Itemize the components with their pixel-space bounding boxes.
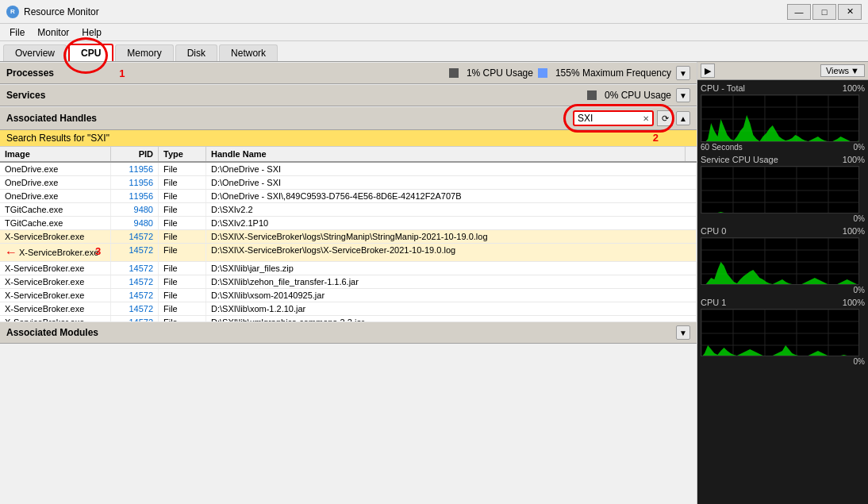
graph-section-cpu-total: CPU - Total100%60 Seconds0% <box>697 80 868 152</box>
cell-pid: 14572 <box>111 302 159 315</box>
rp-views-btn[interactable]: Views ▼ <box>820 64 865 77</box>
cell-type: File <box>159 244 206 261</box>
processes-info: 1% CPU Usage 155% Maximum Frequency ▼ <box>449 66 690 80</box>
cell-image: X-ServiceBroker.exe <box>0 275 111 288</box>
cell-pid: 14572 <box>111 289 159 302</box>
rp-expand-btn[interactable]: ▶ <box>701 63 715 78</box>
search-input-area: ✕ <box>573 110 654 126</box>
table-row[interactable]: OneDrive.exe11956FileD:\OneDrive - SXI <box>0 176 697 190</box>
cell-type: File <box>159 302 206 315</box>
tab-bar: Overview CPU 1 Memory Disk Network <box>0 41 868 62</box>
col-header-image: Image <box>0 147 111 161</box>
menu-file[interactable]: File <box>3 25 31 40</box>
table-row[interactable]: X-ServiceBroker.exe14572FileD:\SXI\lib\x… <box>0 289 697 302</box>
app-icon: R <box>6 6 19 18</box>
close-button[interactable]: ✕ <box>838 4 862 20</box>
modules-expand-btn[interactable]: ▼ <box>676 325 690 340</box>
table-row[interactable]: ←X-ServiceBroker.exe14572FileD:\SXI\X-Se… <box>0 244 697 262</box>
cell-pid: 14572 <box>111 244 159 261</box>
freq-indicator-icon <box>538 68 547 78</box>
graph-canvas-cpu1 <box>701 309 859 356</box>
search-go-btn[interactable]: ⟳ <box>657 110 673 126</box>
cell-image: OneDrive.exe <box>0 190 111 202</box>
table-row[interactable]: TGitCache.exe9480FileD:\SXIv2.1P10 <box>0 217 697 230</box>
graph-pct-cpu-total: 100% <box>843 83 865 93</box>
graphs-container: CPU - Total100%60 Seconds0%Service CPU U… <box>697 80 868 366</box>
graph-footer-right-cpu0: 0% <box>854 286 865 294</box>
tab-disk[interactable]: Disk <box>175 44 217 61</box>
graph-section-cpu0: CPU 0100%0% <box>697 223 868 294</box>
graph-footer-left-cpu-total: 60 Seconds <box>701 143 743 152</box>
tab-overview[interactable]: Overview <box>3 44 67 61</box>
services-title: Services <box>6 90 587 101</box>
processes-title: Processes <box>6 67 449 79</box>
cell-handle: D:\SXI\lib\zehon_file_transfer-1.1.6.jar <box>206 275 697 288</box>
cell-type: File <box>159 217 206 229</box>
cell-type: File <box>159 176 206 189</box>
cell-pid: 14572 <box>111 275 159 288</box>
modules-section-header[interactable]: Associated Modules ▼ <box>0 321 697 344</box>
table-row[interactable]: X-ServiceBroker.exe14572FileD:\SXI\lib\x… <box>0 316 697 321</box>
graph-footer-right-cpu1: 0% <box>854 357 865 366</box>
cell-handle: D:\SXI\lib\xom-1.2.10.jar <box>206 302 697 315</box>
graph-name-service-cpu: Service CPU Usage <box>701 155 778 164</box>
modules-title: Associated Modules <box>6 327 676 338</box>
title-bar: R Resource Monitor — □ ✕ <box>0 0 868 24</box>
handles-section-header: Associated Handles 2 ✕ ⟳ ▲ <box>0 106 697 130</box>
maximize-button[interactable]: □ <box>812 4 836 20</box>
menu-bar: File Monitor Help <box>0 24 868 41</box>
table-row[interactable]: X-ServiceBroker.exe14572FileD:\SXI\lib\j… <box>0 262 697 275</box>
menu-monitor[interactable]: Monitor <box>31 25 75 40</box>
graph-footer-service-cpu: 0% <box>701 214 865 223</box>
search-input[interactable] <box>578 113 641 124</box>
graph-pct-cpu1: 100% <box>843 298 865 307</box>
graph-canvas-cpu0 <box>701 237 859 285</box>
cell-pid: 9480 <box>111 203 159 216</box>
services-expand-btn[interactable]: ▼ <box>676 88 690 102</box>
tab-cpu[interactable]: CPU 1 <box>68 44 113 61</box>
red-arrow-icon: ← <box>5 245 17 260</box>
search-results-bar: Search Results for "SXI" <box>0 130 697 147</box>
graph-footer-right-service-cpu: 0% <box>854 214 865 223</box>
graph-name-cpu1: CPU 1 <box>701 298 726 307</box>
cell-type: File <box>159 230 206 243</box>
search-clear-btn[interactable]: ✕ <box>643 114 649 123</box>
cell-type: File <box>159 163 206 175</box>
table-row[interactable]: TGitCache.exe9480FileD:\SXIv2.2 <box>0 203 697 217</box>
table-row[interactable]: X-ServiceBroker.exe14572FileD:\SXI\X-Ser… <box>0 230 697 244</box>
processes-expand-btn[interactable]: ▼ <box>676 66 690 80</box>
graph-label-cpu0: CPU 0100% <box>701 226 865 236</box>
cell-pid: 11956 <box>111 163 159 175</box>
graph-section-cpu1: CPU 1100%0% <box>697 294 868 366</box>
processes-section-header[interactable]: Processes 1% CPU Usage 155% Maximum Freq… <box>0 62 697 84</box>
table-row[interactable]: X-ServiceBroker.exe14572FileD:\SXI\lib\x… <box>0 302 697 316</box>
cell-image: OneDrive.exe <box>0 176 111 189</box>
views-label: Views <box>826 66 849 75</box>
cpu-usage-icon <box>449 68 459 78</box>
table-body: OneDrive.exe11956FileD:\OneDrive - SXIOn… <box>0 163 697 321</box>
cell-image: X-ServiceBroker.exe <box>0 262 111 275</box>
processes-max-freq: 155% Maximum Frequency <box>555 67 671 79</box>
tab-memory[interactable]: Memory <box>115 44 173 61</box>
table-row[interactable]: OneDrive.exe11956FileD:\OneDrive - SXI <box>0 163 697 176</box>
table-row[interactable]: X-ServiceBroker.exe14572FileD:\SXI\lib\z… <box>0 275 697 289</box>
cell-image: X-ServiceBroker.exe <box>0 289 111 302</box>
search-results-label: Search Results for "SXI" <box>6 133 109 144</box>
services-section-header[interactable]: Services 0% CPU Usage ▼ <box>0 84 697 106</box>
services-info: 0% CPU Usage ▼ <box>587 88 690 102</box>
cell-type: File <box>159 275 206 288</box>
graph-label-cpu1: CPU 1100% <box>701 298 865 307</box>
cell-pid: 9480 <box>111 217 159 229</box>
handles-expand-btn[interactable]: ▲ <box>676 111 690 125</box>
window-title: Resource Monitor <box>24 6 787 17</box>
services-cpu-icon <box>587 90 597 100</box>
minimize-button[interactable]: — <box>787 4 811 20</box>
graph-footer-cpu0: 0% <box>701 286 865 294</box>
menu-help[interactable]: Help <box>75 25 108 40</box>
tab-network[interactable]: Network <box>219 44 278 61</box>
svg-marker-23 <box>701 212 859 214</box>
cell-handle: D:\SXI\lib\xsom-20140925.jar <box>206 289 697 302</box>
table-row[interactable]: OneDrive.exe11956FileD:\OneDrive - SXI\,… <box>0 190 697 203</box>
scroll-spacer <box>686 147 697 161</box>
cell-type: File <box>159 262 206 275</box>
